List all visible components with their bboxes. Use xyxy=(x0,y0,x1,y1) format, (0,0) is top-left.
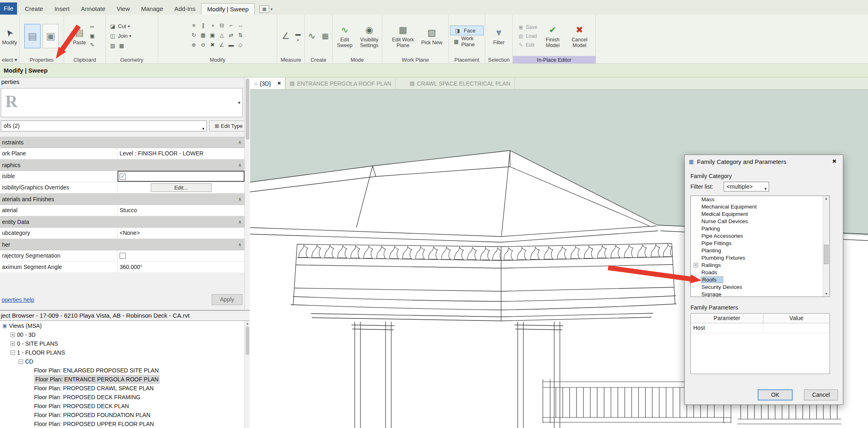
type-selector-preview[interactable]: R ▾ xyxy=(1,88,243,117)
section-identity-data[interactable]: entity Data ∧ xyxy=(0,216,244,228)
section-constraints[interactable]: nstraints ∧ xyxy=(0,137,244,148)
tree-item-views[interactable]: ▣ Views (MSA) xyxy=(0,321,250,330)
category-item-roofs-selected[interactable]: Roofs xyxy=(691,276,829,284)
unpin-icon[interactable]: ⊖ xyxy=(199,41,208,49)
split-icon[interactable]: ⊟ xyxy=(218,22,226,30)
collapse-minus-icon[interactable]: − xyxy=(19,359,23,364)
scroll-up-icon[interactable]: ▲ xyxy=(245,322,250,325)
offset-icon[interactable]: ∥ xyxy=(199,22,208,30)
edit-sweep-button[interactable]: ∿ Edit Sweep xyxy=(334,24,356,48)
tab-file[interactable]: File xyxy=(0,2,17,15)
paste-button[interactable]: ▤ Paste xyxy=(73,27,86,45)
scroll-down-icon[interactable]: ▼ xyxy=(823,292,829,296)
expand-plus-icon[interactable]: + xyxy=(11,342,15,346)
collapse-chevron-icon[interactable]: ∧ xyxy=(238,159,242,171)
copy-icon[interactable]: ▣ xyxy=(88,32,96,40)
save-button[interactable]: ▣ Save xyxy=(518,23,538,31)
table-row-host[interactable]: Host xyxy=(691,323,829,333)
tab-view[interactable]: View xyxy=(111,3,135,15)
category-list-scrollbar[interactable]: ▲ ▼ xyxy=(823,196,829,297)
vg-edit-button[interactable]: Edit... xyxy=(151,183,212,192)
swap-icon[interactable]: ⇄ xyxy=(227,31,236,39)
view-tab-3d[interactable]: ⌂ {3D} ✖ xyxy=(250,77,285,89)
collapse-chevron-icon[interactable]: ∧ xyxy=(238,239,242,250)
scroll-up-icon[interactable]: ▲ xyxy=(823,197,829,200)
move-icon[interactable]: ↔ xyxy=(236,22,245,30)
modify-button[interactable]: ➤ Modify xyxy=(2,27,17,45)
finish-model-button[interactable]: ✔ Finish Model xyxy=(541,24,564,48)
edit-work-plane-button[interactable]: ▦ Edit Work Plane xyxy=(388,24,418,48)
work-plane-value[interactable]: Level : FINISH FLOOR - LOWER xyxy=(118,148,244,159)
collapse-chevron-icon[interactable]: ∧ xyxy=(238,137,242,148)
tree-item-site-plans[interactable]: + 0 - SITE PLANS xyxy=(0,339,250,348)
category-item[interactable]: Mass xyxy=(691,196,829,203)
geometry-cut-button[interactable]: ◪ Cut ▾ xyxy=(109,22,130,31)
create-profile-icon[interactable]: ∿ xyxy=(306,30,317,42)
close-icon[interactable]: ✖ xyxy=(277,81,281,86)
tree-item-floor-plans[interactable]: − 1 - FLOOR PLANS xyxy=(0,348,250,357)
ok-button[interactable]: OK xyxy=(758,389,793,400)
type-selector-dropdown[interactable]: ofs (2) ▾ xyxy=(1,120,207,131)
tab-insert[interactable]: Insert xyxy=(49,3,75,15)
category-item[interactable]: Pipe Fittings xyxy=(691,240,829,247)
section-graphics[interactable]: raphics ∧ xyxy=(0,159,244,171)
mirror-icon[interactable]: ◑ xyxy=(208,22,217,30)
align-icon[interactable]: ≡ xyxy=(190,22,198,30)
match-type-icon[interactable]: ✎ xyxy=(88,41,96,49)
cancel-button[interactable]: Cancel xyxy=(804,389,838,400)
tab-annotate[interactable]: Annotate xyxy=(75,3,111,15)
chevron-down-icon[interactable]: ▾ xyxy=(238,100,240,105)
visible-checkbox[interactable]: ✓ xyxy=(120,174,126,180)
subcategory-value[interactable]: <None> xyxy=(118,228,244,239)
geometry-paint-icon[interactable]: ▨ xyxy=(109,42,116,50)
properties-help-link[interactable]: operties help xyxy=(2,297,34,303)
tree-item-cd[interactable]: − CD xyxy=(0,357,250,366)
cut-icon[interactable]: ✂ xyxy=(88,23,96,31)
filter-button[interactable]: ▼ Filter xyxy=(493,27,505,45)
expand-plus-icon[interactable]: + xyxy=(11,333,15,337)
edit-button[interactable]: ✎ Edit xyxy=(518,41,538,49)
trajectory-checkbox[interactable] xyxy=(120,253,126,259)
pick-new-button[interactable]: ▧ Pick New xyxy=(420,27,443,45)
tree-item-deck-framing[interactable]: Floor Plan: PROPOSED DECK FRAMING xyxy=(0,393,250,402)
section-other[interactable]: her ∧ xyxy=(0,239,244,250)
trim-icon[interactable]: ⌐ xyxy=(227,22,236,30)
category-item[interactable]: Pipe Accessories xyxy=(691,232,829,240)
view-tab-pergola-roof-plan[interactable]: ▤ ENTRANCE PERGOLA ROOF PLAN xyxy=(285,77,396,89)
tape-measure-icon[interactable]: ▬ xyxy=(294,30,302,38)
shape-icon[interactable]: ◇ xyxy=(236,41,245,49)
edit-type-button[interactable]: ⊞ Edit Type xyxy=(209,120,248,131)
work-plane-placement-button[interactable]: ▦ Work Plane xyxy=(450,37,484,46)
category-item[interactable]: Parking xyxy=(691,225,829,232)
category-item[interactable]: Security Devices xyxy=(691,284,829,291)
scale-icon[interactable]: △ xyxy=(218,31,226,39)
max-segment-angle-value[interactable]: 360.000° xyxy=(118,262,244,273)
section-materials[interactable]: aterials and Finishes ∧ xyxy=(0,194,244,205)
category-item[interactable]: Plumbing Fixtures xyxy=(691,254,829,262)
measure-icon[interactable]: ∠ xyxy=(280,30,292,42)
category-item[interactable]: Mechanical Equipment xyxy=(691,203,829,211)
tree-item-entrance-pergola-roof-plan[interactable]: Floor Plan: ENTRANCE PERGOLA ROOF PLAN xyxy=(0,375,250,384)
tree-item-foundation-plan[interactable]: Floor Plan: PROPOSED FOUNDATION PLAN xyxy=(0,411,250,419)
create-group-icon[interactable]: ▦ xyxy=(319,30,331,42)
geometry-demolish-icon[interactable]: ▩ xyxy=(118,42,125,50)
category-item[interactable]: Signage xyxy=(691,291,829,297)
delete-icon[interactable]: ✖ xyxy=(208,41,217,49)
tree-item-deck-plan[interactable]: Floor Plan: PROPOSED DECK PLAN xyxy=(0,402,250,411)
geometry-join-button[interactable]: ◫ Join ▾ xyxy=(109,32,131,41)
copy-element-icon[interactable]: ▣ xyxy=(208,31,217,39)
tab-create[interactable]: Create xyxy=(19,3,49,15)
panel-label-select[interactable]: elect ▾ xyxy=(0,56,19,64)
wall-icon[interactable]: ▬ xyxy=(227,41,236,49)
dialog-title-bar[interactable]: ▦ Family Category and Parameters ✖ xyxy=(685,155,843,168)
category-item[interactable]: Planting xyxy=(691,247,829,254)
pin-icon[interactable]: ⊕ xyxy=(190,41,198,49)
apply-button[interactable]: Apply xyxy=(212,294,242,305)
collapse-minus-icon[interactable]: − xyxy=(11,351,15,355)
category-item[interactable]: Nurse Call Devices xyxy=(691,218,829,225)
face-placement-button[interactable]: ◨ Face xyxy=(450,26,484,35)
scrollbar-thumb[interactable] xyxy=(824,245,829,264)
flip-icon[interactable]: ⇅ xyxy=(236,31,245,39)
category-item[interactable]: Roads xyxy=(691,269,829,276)
array-icon[interactable]: ▦ xyxy=(199,31,208,39)
